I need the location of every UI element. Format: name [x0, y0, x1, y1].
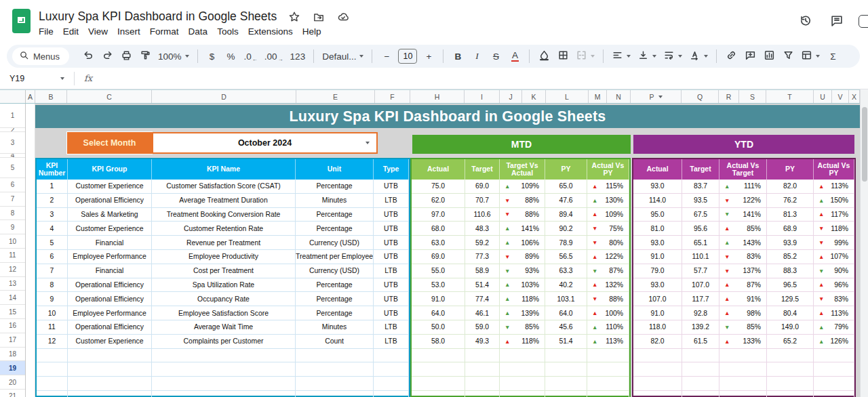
kpi-cell[interactable]: Percentage — [296, 292, 374, 306]
mtd-header-cell[interactable]: Actual — [412, 159, 465, 180]
kpi-cell[interactable] — [68, 349, 152, 363]
mtd-cell[interactable]: 65.0 — [545, 180, 587, 194]
column-header-J[interactable]: J — [500, 90, 522, 103]
kpi-cell[interactable]: Operational Efficiency — [68, 292, 152, 306]
mtd-header-cell[interactable]: Actual Vs PY — [587, 159, 629, 180]
ytd-cell[interactable]: 149.0 — [767, 320, 814, 335]
mtd-indicator-cell[interactable]: ▼93% — [500, 264, 545, 278]
kpi-cell[interactable]: Minutes — [296, 320, 374, 335]
mtd-indicator-cell[interactable]: ▼87% — [587, 264, 629, 278]
more-formats-button[interactable]: 123 — [288, 47, 309, 65]
borders-button[interactable] — [554, 47, 572, 65]
ytd-header-cell[interactable]: Actual Vs Target — [719, 159, 767, 180]
comments-icon[interactable] — [830, 14, 844, 27]
row-header-20[interactable]: 20 — [0, 375, 25, 390]
vertical-align-button[interactable] — [635, 47, 659, 65]
ytd-cell[interactable]: 95.0 — [633, 208, 682, 222]
mtd-section-header[interactable]: MTD — [412, 135, 631, 154]
mtd-cell[interactable]: 63.0 — [412, 236, 465, 250]
ytd-indicator-cell[interactable]: ▲150% — [814, 194, 854, 208]
kpi-cell[interactable]: Occupancy Rate — [152, 292, 296, 306]
row-header-5[interactable]: 5 — [0, 158, 25, 178]
kpi-cell[interactable]: Customer Experience — [68, 180, 152, 194]
mtd-cell[interactable]: 55.0 — [412, 264, 465, 278]
ytd-cell[interactable] — [682, 377, 719, 391]
kpi-cell[interactable]: 5 — [37, 236, 68, 250]
kpi-cell[interactable]: Revenue per Treatment — [152, 236, 296, 250]
menu-help[interactable]: Help — [298, 25, 326, 38]
ytd-indicator-cell[interactable]: ▼85% — [719, 320, 767, 335]
mtd-cell[interactable]: 89.4 — [545, 208, 587, 222]
ytd-cell[interactable] — [767, 377, 814, 391]
ytd-cell[interactable] — [633, 362, 682, 377]
kpi-cell[interactable]: 7 — [37, 264, 68, 278]
column-header-R[interactable]: R — [719, 90, 739, 103]
ytd-cell[interactable] — [814, 349, 854, 363]
mtd-cell[interactable]: 51.4 — [465, 278, 500, 293]
kpi-cell[interactable]: 12 — [37, 335, 68, 349]
decrease-font-size-button[interactable]: − — [378, 47, 395, 65]
undo-button[interactable] — [79, 47, 97, 65]
mtd-indicator-cell[interactable]: ▲103% — [500, 278, 545, 293]
meet-icon-partial[interactable] — [859, 15, 868, 28]
kpi-cell[interactable]: Currency (USD) — [296, 264, 374, 278]
mtd-cell[interactable]: 53.0 — [412, 278, 465, 293]
column-header-F[interactable]: F — [375, 90, 410, 103]
kpi-cell[interactable]: LTB — [374, 194, 409, 208]
menu-extensions[interactable]: Extensions — [243, 25, 298, 38]
kpi-header-cell[interactable]: Type — [374, 159, 409, 180]
menu-format[interactable]: Format — [145, 25, 184, 38]
mtd-cell[interactable] — [545, 362, 587, 377]
ytd-cell[interactable]: 76.2 — [767, 194, 814, 208]
ytd-cell[interactable]: 93.5 — [682, 194, 719, 208]
mtd-cell[interactable]: 69.0 — [465, 180, 500, 194]
kpi-cell[interactable]: 4 — [37, 222, 68, 236]
kpi-cell[interactable]: Treatment per Employee — [296, 250, 374, 264]
kpi-cell[interactable]: Count — [296, 335, 374, 349]
mtd-indicator-cell[interactable]: ▲113% — [587, 335, 629, 349]
version-history-icon[interactable] — [799, 14, 812, 27]
kpi-cell[interactable]: UTB — [374, 208, 409, 222]
mtd-header-cell[interactable]: Target Vs Actual — [500, 159, 545, 180]
ytd-cell[interactable]: 129.5 — [767, 292, 814, 306]
kpi-cell[interactable]: 6 — [37, 250, 68, 264]
row-header-19[interactable]: 19 — [0, 361, 25, 375]
mtd-cell[interactable]: 46.1 — [465, 306, 500, 320]
kpi-cell[interactable]: UTB — [374, 180, 409, 194]
print-button[interactable] — [117, 47, 135, 65]
kpi-cell[interactable] — [152, 349, 296, 363]
kpi-cell[interactable]: Percentage — [296, 222, 374, 236]
mtd-indicator-cell[interactable]: ▲122% — [587, 250, 629, 264]
ytd-cell[interactable] — [633, 377, 682, 391]
kpi-cell[interactable]: Spa Utilization Rate — [152, 278, 296, 293]
column-header-B[interactable]: B — [35, 90, 67, 103]
strikethrough-button[interactable]: S — [487, 47, 505, 65]
mtd-indicator-cell[interactable]: ▲109% — [587, 208, 629, 222]
fill-color-button[interactable] — [535, 47, 553, 65]
column-header-P[interactable]: P — [631, 90, 682, 103]
ytd-cell[interactable] — [682, 391, 719, 397]
ytd-indicator-cell[interactable]: ▼90% — [814, 264, 854, 278]
doc-title[interactable]: Luxury Spa KPI Dashboard in Google Sheet… — [39, 9, 277, 24]
kpi-cell[interactable] — [296, 377, 374, 391]
mtd-indicator-cell[interactable]: ▲106% — [500, 236, 545, 250]
mtd-cell[interactable] — [587, 377, 629, 391]
row-header-11[interactable]: 11 — [0, 249, 25, 263]
mtd-cell[interactable] — [545, 377, 587, 391]
column-header-I[interactable]: I — [465, 90, 500, 103]
ytd-cell[interactable] — [719, 377, 767, 391]
column-header-E[interactable]: E — [296, 90, 375, 103]
ytd-cell[interactable]: 57.7 — [682, 264, 719, 278]
mtd-cell[interactable]: 58.9 — [465, 264, 500, 278]
kpi-cell[interactable]: Percentage — [296, 306, 374, 320]
column-header-T[interactable]: T — [766, 90, 814, 103]
text-rotation-button[interactable] — [686, 47, 711, 65]
mtd-cell[interactable]: 78.9 — [545, 236, 587, 250]
row-header-8[interactable]: 8 — [0, 207, 25, 221]
kpi-cell[interactable]: Financial — [68, 264, 152, 278]
row-header-6[interactable]: 6 — [0, 178, 25, 192]
mtd-cell[interactable]: 75.0 — [412, 180, 465, 194]
format-percent-button[interactable]: % — [222, 47, 240, 65]
mtd-cell[interactable]: 50.0 — [412, 320, 465, 335]
row-header-10[interactable]: 10 — [0, 234, 25, 249]
